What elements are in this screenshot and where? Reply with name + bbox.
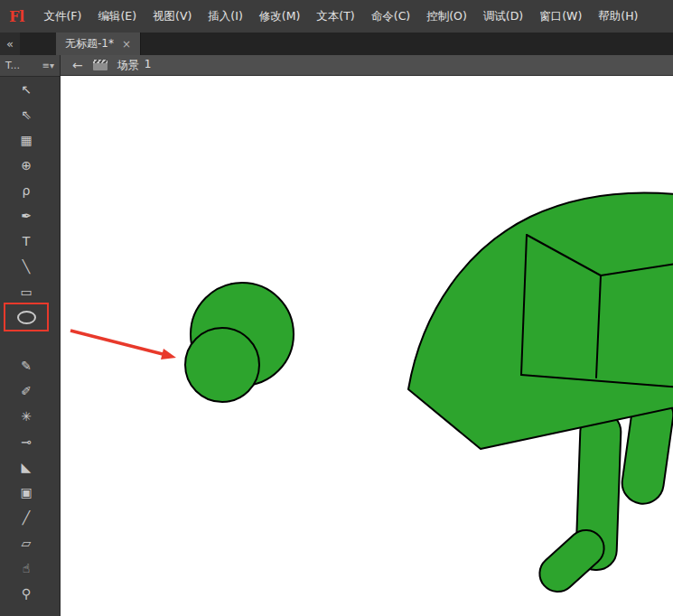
tab-bar-gap [20,33,56,55]
scene-clapperboard-icon [93,60,107,70]
pen-tool[interactable]: ✒ [5,203,47,229]
brush-tool[interactable]: ✐ [5,378,47,404]
deco-tool[interactable]: ✳ [5,404,47,429]
menu-item-edit[interactable]: 编辑(E) [89,9,145,24]
selection-tool[interactable]: ↖ [5,77,47,102]
eyedropper-tool[interactable]: ╱ [5,505,47,530]
menu-item-view[interactable]: 视图(V) [145,9,200,24]
eraser-tool[interactable]: ▱ [5,530,47,555]
annotation-arrow [70,331,176,359]
tools-panel-header: T... ≡▾ [0,55,60,77]
document-tab-label: 无标题-1* [65,36,114,51]
bone-tool[interactable]: ⊸ [5,429,47,454]
scene-breadcrumb[interactable]: 场景 1 [117,58,152,73]
3d-rotation-tool[interactable]: ⊕ [5,153,47,178]
ink-bottle-tool[interactable]: ▣ [5,480,47,505]
oval-tool[interactable] [5,304,47,330]
oval-icon [17,311,36,324]
scene-number: 1 [145,58,152,73]
document-tab[interactable]: 无标题-1* × [56,33,141,55]
scene-label: 场景 [117,58,139,73]
tools-panel: T... ≡▾ ↖⇖▦⊕ρ✒T╲▭✎✐✳⊸◣▣╱▱☝⚲ [0,55,61,616]
rectangle-tool[interactable]: ▭ [5,279,47,304]
collapse-panels-icon[interactable]: « [0,33,20,55]
menu-bar: Fl 文件(F)编辑(E)视图(V)插入(I)修改(M)文本(T)命令(C)控制… [0,0,673,33]
stage-canvas[interactable] [61,76,673,616]
menu-item-debug[interactable]: 调试(D) [475,9,531,24]
menu-item-commands[interactable]: 命令(C) [363,9,418,24]
menu-item-text[interactable]: 文本(T) [308,9,362,24]
turtle-head-small-circle[interactable] [185,328,259,402]
tools-panel-title: T... [5,60,20,71]
panel-menu-icon[interactable]: ≡▾ [42,61,54,70]
edit-bar: ← 场景 1 [61,55,673,76]
hand-tool[interactable]: ☝ [5,555,47,581]
subselection-tool[interactable]: ⇖ [5,102,47,127]
zoom-tool[interactable]: ⚲ [5,581,47,606]
menu-item-file[interactable]: 文件(F) [35,9,89,24]
line-tool[interactable]: ╲ [5,254,47,279]
back-arrow-icon[interactable]: ← [72,58,83,72]
paint-bucket-tool[interactable]: ◣ [5,454,47,480]
document-tab-bar: « 无标题-1* × [0,33,673,55]
close-tab-icon[interactable]: × [122,38,131,51]
menu-item-control[interactable]: 控制(O) [418,9,475,24]
menu-item-modify[interactable]: 修改(M) [251,9,309,24]
pencil-tool[interactable]: ✎ [5,353,47,378]
menu-item-help[interactable]: 帮助(H) [590,9,646,24]
turtle-shell[interactable] [408,193,673,449]
menu-items: 文件(F)编辑(E)视图(V)插入(I)修改(M)文本(T)命令(C)控制(O)… [35,9,646,24]
menu-item-window[interactable]: 窗口(W) [531,9,590,24]
text-tool[interactable]: T [5,229,47,254]
menu-item-insert[interactable]: 插入(I) [200,9,250,24]
lasso-tool[interactable]: ρ [5,178,47,203]
tools-list: ↖⇖▦⊕ρ✒T╲▭✎✐✳⊸◣▣╱▱☝⚲ [0,77,60,606]
tool-group-divider [0,330,60,353]
app-logo: Fl [9,8,24,25]
free-transform-tool[interactable]: ▦ [5,127,47,153]
